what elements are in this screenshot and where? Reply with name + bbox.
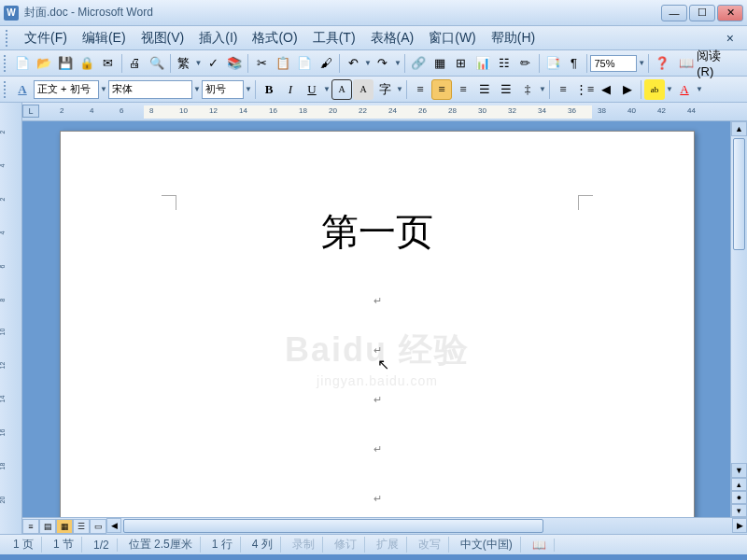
- status-position[interactable]: 位置 2.5厘米: [121, 537, 201, 553]
- status-spellcheck-icon[interactable]: 📖: [525, 539, 555, 552]
- status-line[interactable]: 1 行: [204, 537, 241, 553]
- toolbar-grip[interactable]: [4, 81, 9, 98]
- status-extend[interactable]: 扩展: [369, 537, 407, 553]
- open-icon[interactable]: 📂: [34, 53, 54, 74]
- document-heading[interactable]: 第一页: [61, 206, 694, 258]
- menu-format[interactable]: 格式(O): [245, 27, 304, 49]
- vertical-scrollbar[interactable]: ▲ ▼ ▴ ● ▾: [730, 121, 747, 517]
- horizontal-scrollbar[interactable]: ◀ ▶: [106, 518, 747, 534]
- document-map-icon[interactable]: 📑: [543, 53, 563, 74]
- increase-indent-icon[interactable]: ▶: [617, 79, 638, 100]
- font-color-icon[interactable]: A: [674, 79, 695, 100]
- tab-selector[interactable]: L: [22, 105, 39, 118]
- italic-button[interactable]: I: [280, 79, 301, 100]
- style-selector[interactable]: 正文 + 初号: [34, 80, 99, 99]
- save-icon[interactable]: 💾: [55, 53, 76, 74]
- dropdown-icon[interactable]: ▼: [539, 85, 546, 93]
- align-justify-button[interactable]: ☰: [474, 79, 495, 100]
- print-layout-view-button[interactable]: ▦: [56, 519, 73, 534]
- copy-icon[interactable]: 📋: [273, 53, 293, 74]
- menu-tools[interactable]: 工具(T): [305, 27, 363, 49]
- align-distribute-button[interactable]: ☰: [496, 79, 516, 100]
- next-page-icon[interactable]: ▾: [731, 504, 747, 517]
- help-icon[interactable]: ❓: [652, 53, 672, 74]
- font-selector[interactable]: 宋体: [108, 80, 192, 99]
- browse-object-icon[interactable]: ●: [731, 491, 747, 504]
- reading-view-button[interactable]: ▭: [90, 519, 106, 534]
- status-page-count[interactable]: 1/2: [86, 539, 118, 552]
- decrease-indent-icon[interactable]: ◀: [596, 79, 616, 100]
- horizontal-ruler[interactable]: L 24681012141618202224262830323436384042…: [22, 103, 747, 121]
- research-icon[interactable]: 📚: [224, 53, 245, 74]
- tables-borders-icon[interactable]: ▦: [430, 53, 450, 74]
- menu-edit[interactable]: 编辑(E): [75, 27, 134, 49]
- status-column[interactable]: 4 列: [245, 537, 281, 553]
- traditional-chinese-button[interactable]: 繁: [174, 53, 194, 74]
- numbered-list-icon[interactable]: ≡: [553, 79, 573, 100]
- spelling-icon[interactable]: ✓: [203, 53, 223, 74]
- document-page[interactable]: 第一页 ↖ ↵ ↵ ↵ ↵ ↵ Baidu 经验 jingyan.baidu.c…: [60, 131, 695, 517]
- scroll-down-icon[interactable]: ▼: [731, 463, 747, 478]
- dropdown-icon[interactable]: ▼: [323, 85, 331, 93]
- toolbar-grip[interactable]: [6, 30, 11, 47]
- web-view-button[interactable]: ▤: [39, 519, 56, 534]
- scroll-right-icon[interactable]: ▶: [732, 518, 747, 533]
- align-right-button[interactable]: ≡: [453, 79, 473, 100]
- dropdown-icon[interactable]: ▼: [245, 85, 252, 93]
- scroll-up-icon[interactable]: ▲: [731, 121, 747, 136]
- mail-icon[interactable]: ✉: [98, 53, 119, 74]
- permissions-icon[interactable]: 🔒: [77, 53, 97, 74]
- toolbar-grip[interactable]: [4, 55, 9, 72]
- paste-icon[interactable]: 📄: [294, 53, 315, 74]
- document-viewport[interactable]: 第一页 ↖ ↵ ↵ ↵ ↵ ↵ Baidu 经验 jingyan.baidu.c…: [22, 121, 747, 517]
- character-border-icon[interactable]: 字: [374, 79, 395, 100]
- dropdown-icon[interactable]: ▼: [194, 59, 202, 67]
- show-marks-icon[interactable]: ¶: [564, 53, 585, 74]
- status-overwrite[interactable]: 改写: [411, 537, 449, 553]
- cut-icon[interactable]: ✂: [251, 53, 272, 74]
- line-spacing-icon[interactable]: ‡: [517, 79, 538, 100]
- menu-view[interactable]: 视图(V): [134, 27, 192, 49]
- underline-button[interactable]: U: [302, 79, 322, 100]
- scroll-thumb[interactable]: [733, 138, 745, 250]
- columns-icon[interactable]: ☷: [494, 53, 514, 74]
- bulleted-list-icon[interactable]: ⋮≡: [574, 79, 595, 100]
- menu-window[interactable]: 窗口(W): [421, 27, 484, 49]
- excel-icon[interactable]: 📊: [472, 53, 493, 74]
- dropdown-icon[interactable]: ▼: [193, 85, 201, 93]
- scroll-thumb[interactable]: [123, 519, 543, 533]
- normal-view-button[interactable]: ≡: [22, 519, 39, 534]
- vertical-ruler[interactable]: 242468101214161820: [0, 103, 22, 534]
- align-center-button[interactable]: ≡: [431, 79, 452, 100]
- dropdown-icon[interactable]: ▼: [100, 85, 107, 93]
- status-revision[interactable]: 修订: [327, 537, 365, 553]
- outline-view-button[interactable]: ☰: [73, 519, 90, 534]
- scroll-left-icon[interactable]: ◀: [106, 518, 121, 533]
- status-language[interactable]: 中文(中国): [453, 537, 521, 553]
- dropdown-icon[interactable]: ▼: [638, 59, 645, 67]
- status-section[interactable]: 1 节: [46, 537, 82, 553]
- dropdown-icon[interactable]: ▼: [666, 85, 673, 93]
- bold-button[interactable]: B: [259, 79, 279, 100]
- font-size-selector[interactable]: 初号: [202, 80, 244, 99]
- undo-icon[interactable]: ↶: [343, 53, 363, 74]
- menu-file[interactable]: 文件(F): [17, 27, 75, 49]
- styles-pane-icon[interactable]: A: [12, 79, 33, 100]
- align-left-button[interactable]: ≡: [410, 79, 430, 100]
- redo-icon[interactable]: ↷: [373, 53, 393, 74]
- menu-table[interactable]: 表格(A): [363, 27, 422, 49]
- zoom-input[interactable]: 75%: [590, 55, 637, 72]
- dropdown-icon[interactable]: ▼: [394, 59, 402, 67]
- insert-table-icon[interactable]: ⊞: [451, 53, 472, 74]
- close-button[interactable]: ✕: [717, 5, 743, 21]
- reading-layout-button[interactable]: 📖 阅读(R): [673, 46, 743, 80]
- border-box-icon[interactable]: A: [331, 79, 352, 100]
- dropdown-icon[interactable]: ▼: [696, 85, 703, 93]
- new-document-icon[interactable]: 📄: [12, 53, 33, 74]
- dropdown-icon[interactable]: ▼: [364, 59, 372, 67]
- format-painter-icon[interactable]: 🖌: [316, 53, 336, 74]
- hyperlink-icon[interactable]: 🔗: [408, 53, 429, 74]
- status-page[interactable]: 1 页: [6, 537, 42, 553]
- print-icon[interactable]: 🖨: [125, 53, 146, 74]
- menu-help[interactable]: 帮助(H): [484, 27, 543, 49]
